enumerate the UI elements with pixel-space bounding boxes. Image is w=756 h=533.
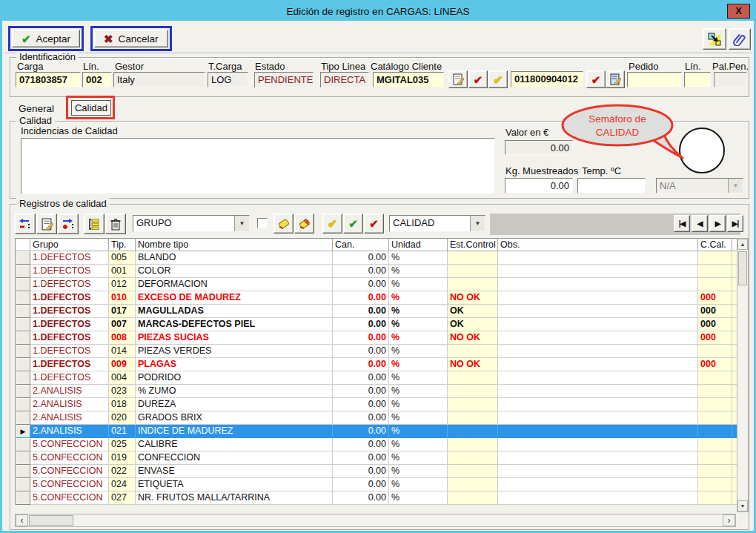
row-selector[interactable] — [16, 385, 30, 398]
scroll-up-icon[interactable]: ▲ — [737, 239, 748, 250]
vertical-scroll-thumb[interactable] — [738, 251, 747, 285]
row-selector[interactable] — [16, 371, 30, 385]
carga-field[interactable]: 071803857 — [16, 72, 81, 87]
row-selector[interactable] — [16, 331, 30, 345]
filter-checkbox[interactable] — [257, 218, 268, 228]
row-selector[interactable] — [16, 251, 30, 265]
cancel-button[interactable]: ✖ Cancelar — [94, 30, 168, 47]
ean-validate-button[interactable]: ✔ — [586, 70, 606, 88]
horizontal-scrollbar[interactable]: ‹ › — [15, 514, 736, 527]
cell-est — [448, 345, 498, 358]
table-row[interactable]: ▶2.ANALISIS021INDICE DE MADUREZ0.00% — [16, 425, 737, 438]
catalog-edit-button[interactable] — [448, 70, 468, 88]
edit-record-button[interactable] — [36, 213, 57, 234]
table-row[interactable]: 1.DEFECTOS017MAGULLADAS0.00%OK000 — [16, 305, 737, 318]
table-row[interactable]: 1.DEFECTOS010EXCESO DE MADUREZ0.00%NO OK… — [16, 291, 737, 305]
row-selector[interactable] — [16, 478, 30, 491]
attachment-button[interactable] — [729, 28, 751, 50]
row-selector[interactable] — [16, 398, 30, 411]
catalog-validate-button[interactable]: ✔ — [468, 70, 488, 88]
table-row[interactable]: 2.ANALISIS020GRADOS BRIX0.00% — [16, 411, 737, 425]
cell-ccal — [698, 385, 732, 398]
pedido-field[interactable] — [627, 72, 682, 87]
column-header[interactable]: Can. — [333, 239, 389, 251]
copy-record-button[interactable] — [703, 28, 726, 50]
kg-label: Kg. Muestreados — [505, 165, 578, 176]
nav-first-button[interactable]: |◀ — [674, 215, 690, 232]
column-header[interactable]: Grupo — [30, 239, 109, 251]
lin2-field[interactable] — [684, 72, 711, 87]
nav-last-button[interactable]: ▶| — [727, 215, 743, 232]
delete-all-button[interactable] — [105, 213, 126, 234]
list-records-button[interactable] — [84, 213, 105, 234]
table-row[interactable]: 1.DEFECTOS009PLAGAS0.00%NO OK000 — [16, 358, 737, 371]
prev-delete-record-button[interactable] — [15, 213, 36, 234]
table-row[interactable]: 1.DEFECTOS012DEFORMACION0.00% — [16, 278, 737, 291]
grupo-combo[interactable]: GRUPO ▼ — [133, 215, 250, 232]
column-header[interactable]: Est.Control — [448, 239, 498, 251]
kg-field[interactable]: 0.00 — [505, 178, 573, 193]
column-header[interactable]: Unidad — [389, 239, 448, 251]
column-header[interactable]: Obs. — [498, 239, 698, 251]
scroll-down-icon[interactable]: ▼ — [737, 500, 748, 512]
table-row[interactable]: 1.DEFECTOS007MARCAS-DEFECTOS PIEL0.00%OK… — [16, 318, 737, 331]
incidencias-label: Incidencias de Calidad — [21, 125, 118, 136]
cell-est — [448, 465, 498, 478]
table-row[interactable]: 1.DEFECTOS004PODRIDO0.00% — [16, 371, 737, 385]
cell-grupo: 1.DEFECTOS — [30, 345, 109, 358]
mark-yellow-button[interactable]: ✔ — [322, 213, 342, 234]
horizontal-scroll-thumb[interactable] — [29, 515, 73, 526]
tab-general[interactable]: General — [19, 103, 54, 114]
accept-button[interactable]: ✔ Aceptar — [12, 30, 80, 47]
close-button[interactable]: X — [727, 4, 750, 19]
row-selector[interactable] — [16, 265, 30, 278]
table-row[interactable]: 1.DEFECTOS005BLANDO0.00% — [16, 251, 737, 265]
table-row[interactable]: 5.CONFECCION025CALIBRE0.00% — [16, 438, 737, 451]
row-selector[interactable]: ▶ — [16, 425, 30, 438]
clear-marks-button[interactable] — [273, 213, 294, 234]
nav-prev-button[interactable]: ◀ — [692, 215, 708, 232]
row-selector[interactable] — [16, 345, 30, 358]
row-selector[interactable] — [16, 305, 30, 318]
row-selector[interactable] — [16, 491, 30, 505]
catalog-partial-check-button[interactable]: ✔ — [488, 70, 508, 88]
temp-field[interactable] — [577, 178, 646, 193]
catalogo-label: Catálogo Cliente — [371, 61, 442, 72]
vertical-scrollbar[interactable]: ▲ ▼ — [737, 238, 749, 512]
cell-unidad: % — [389, 385, 448, 398]
column-header[interactable]: C.Cal. — [698, 239, 732, 251]
ean-field[interactable]: 011800904012 — [511, 71, 583, 87]
row-selector[interactable] — [16, 358, 30, 371]
row-selector[interactable] — [16, 411, 30, 425]
scroll-right-icon[interactable]: › — [723, 514, 735, 526]
column-header[interactable]: Tip. — [109, 239, 136, 251]
row-selector[interactable] — [16, 318, 30, 331]
table-row[interactable]: 1.DEFECTOS001COLOR0.00% — [16, 265, 737, 278]
table-row[interactable]: 5.CONFECCION019CONFECCION0.00% — [16, 451, 737, 465]
lin-field[interactable]: 002 — [82, 72, 112, 87]
row-selector[interactable] — [16, 465, 30, 478]
table-row[interactable]: 2.ANALISIS018DUREZA0.00% — [16, 398, 737, 411]
table-row[interactable]: 5.CONFECCION024ETIQUETA0.00% — [16, 478, 737, 491]
row-selector[interactable] — [16, 291, 30, 305]
clear-all-marks-button[interactable] — [294, 213, 314, 234]
table-row[interactable]: 1.DEFECTOS008PIEZAS SUCIAS0.00%NO OK000 — [16, 331, 737, 345]
ean-edit-button[interactable] — [606, 70, 625, 88]
incidencias-textarea[interactable] — [21, 138, 495, 194]
table-row[interactable]: 5.CONFECCION022ENVASE0.00% — [16, 465, 737, 478]
mark-red-button[interactable]: ✔ — [364, 213, 384, 234]
scroll-left-icon[interactable]: ‹ — [16, 514, 28, 526]
add-record-button[interactable] — [58, 213, 79, 234]
table-row[interactable]: 5.CONFECCION027NR. FRUTOS MALLA/TARRINA0… — [16, 491, 737, 505]
row-selector[interactable] — [16, 278, 30, 291]
table-row[interactable]: 1.DEFECTOS014PIEZAS VERDES0.00% — [16, 345, 737, 358]
cell-grupo: 1.DEFECTOS — [30, 291, 109, 305]
row-selector[interactable] — [16, 451, 30, 465]
calidad-combo[interactable]: CALIDAD ▼ — [389, 215, 485, 232]
table-row[interactable]: 2.ANALISIS023% ZUMO0.00% — [16, 385, 737, 398]
column-header[interactable]: Nombre tipo — [136, 239, 333, 251]
nav-next-button[interactable]: ▶ — [709, 215, 726, 232]
catalogo-field[interactable]: MGITAL035 — [373, 72, 444, 87]
row-selector[interactable] — [16, 438, 30, 451]
mark-green-button[interactable]: ✔ — [343, 213, 363, 234]
